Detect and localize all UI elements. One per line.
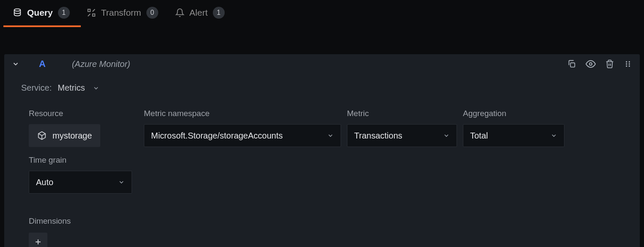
metric-label: Metric: [347, 109, 457, 118]
trash-icon[interactable]: [605, 59, 614, 69]
timegrain-select[interactable]: Auto: [29, 171, 132, 194]
resource-value: mystorage: [52, 131, 92, 141]
namespace-select[interactable]: Microsoft.Storage/storageAccounts: [144, 124, 341, 147]
chevron-down-icon: [327, 132, 334, 139]
cube-icon: [37, 131, 47, 140]
resource-picker[interactable]: mystorage: [29, 124, 100, 147]
chevron-down-icon: [443, 132, 450, 139]
svg-point-8: [629, 63, 630, 64]
database-icon: [13, 8, 22, 17]
metric-value: Transactions: [354, 131, 402, 141]
tab-query-badge: 1: [58, 7, 70, 19]
drag-handle-icon[interactable]: [624, 60, 632, 68]
service-label: Service:: [21, 83, 52, 93]
eye-icon[interactable]: [586, 59, 596, 69]
tabs-bar: Query 1 Transform 0 Alert 1: [0, 0, 644, 29]
timegrain-value: Auto: [36, 178, 53, 187]
tab-alert-label: Alert: [190, 8, 208, 18]
svg-rect-2: [92, 14, 95, 17]
dimensions-label: Dimensions: [29, 216, 615, 226]
query-row: A (Azure Monitor) Service:: [4, 54, 640, 247]
duplicate-icon[interactable]: [567, 59, 576, 69]
tab-alert[interactable]: Alert 1: [175, 7, 225, 26]
namespace-value: Microsoft.Storage/storageAccounts: [151, 131, 283, 141]
metrics-panel: Resource mystorage Metric namespace Micr…: [21, 100, 623, 202]
svg-point-5: [626, 61, 627, 62]
tab-transform-label: Transform: [101, 8, 141, 18]
svg-point-7: [626, 63, 627, 64]
chevron-down-icon: [118, 179, 125, 186]
resource-label: Resource: [29, 109, 138, 118]
svg-point-9: [626, 65, 627, 67]
tab-transform-badge: 0: [146, 7, 158, 19]
bell-icon: [175, 8, 184, 17]
metric-field: Metric Transactions: [347, 109, 457, 147]
svg-rect-1: [88, 9, 90, 12]
transform-icon: [87, 8, 96, 17]
query-datasource: (Azure Monitor): [72, 59, 130, 69]
tab-query[interactable]: Query 1: [13, 7, 70, 26]
query-actions: [567, 59, 632, 69]
svg-point-10: [629, 65, 630, 67]
query-ref-id[interactable]: A: [39, 58, 46, 69]
aggregation-label: Aggregation: [463, 109, 564, 118]
add-dimension-button[interactable]: [29, 233, 47, 247]
chevron-down-icon: [550, 132, 557, 139]
aggregation-field: Aggregation Total: [463, 109, 564, 147]
chevron-down-icon: [93, 85, 99, 92]
dimensions-panel: Dimensions: [21, 209, 623, 247]
aggregation-select[interactable]: Total: [463, 124, 564, 147]
service-select[interactable]: Metrics: [58, 83, 99, 93]
namespace-label: Metric namespace: [144, 109, 341, 118]
plus-icon: [34, 238, 42, 246]
collapse-toggle[interactable]: [12, 60, 19, 68]
query-header: A (Azure Monitor): [4, 54, 640, 74]
svg-rect-3: [570, 63, 575, 67]
svg-point-4: [589, 63, 592, 65]
svg-point-6: [629, 61, 630, 62]
tab-transform[interactable]: Transform 0: [87, 7, 158, 26]
metric-select[interactable]: Transactions: [347, 124, 457, 147]
service-value: Metrics: [58, 83, 85, 93]
tab-query-label: Query: [27, 8, 53, 18]
timegrain-field: Time grain Auto: [29, 155, 132, 194]
resource-field: Resource mystorage: [29, 109, 138, 147]
tab-alert-badge: 1: [213, 7, 225, 19]
svg-point-0: [14, 9, 21, 11]
service-row: Service: Metrics: [4, 74, 640, 100]
query-editor: A (Azure Monitor) Service:: [0, 29, 644, 247]
timegrain-label: Time grain: [29, 155, 132, 165]
namespace-field: Metric namespace Microsoft.Storage/stora…: [144, 109, 341, 147]
aggregation-value: Total: [470, 131, 488, 141]
